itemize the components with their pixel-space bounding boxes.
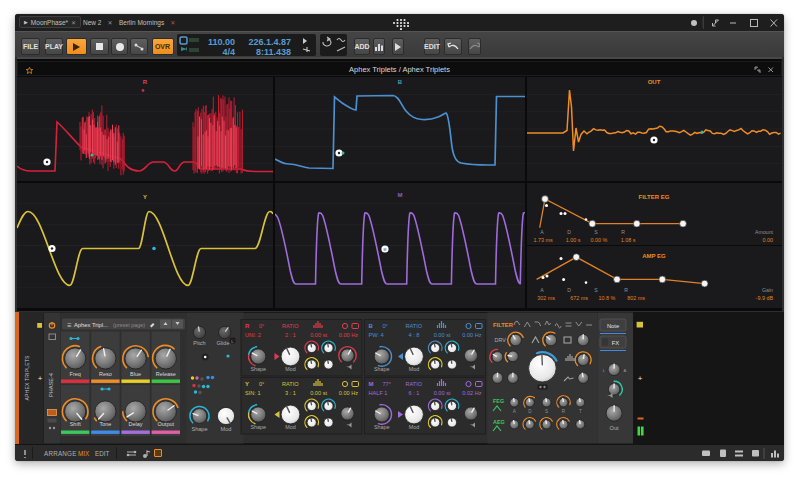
svg-text:6 : 1: 6 : 1 bbox=[409, 390, 420, 396]
svg-text:Shift: Shift bbox=[70, 421, 81, 427]
svg-text:0°: 0° bbox=[383, 323, 388, 329]
svg-text:OUT: OUT bbox=[648, 79, 661, 85]
svg-text:10.8 %: 10.8 % bbox=[599, 295, 616, 301]
svg-text:☰: ☰ bbox=[67, 322, 72, 328]
svg-text:8:11.438: 8:11.438 bbox=[255, 47, 290, 57]
svg-text:Out: Out bbox=[610, 425, 619, 431]
svg-text:RATIO: RATIO bbox=[282, 323, 299, 329]
svg-text:2 : 1: 2 : 1 bbox=[285, 332, 296, 338]
svg-text:Shape: Shape bbox=[251, 424, 267, 430]
svg-text:AEG: AEG bbox=[493, 419, 505, 425]
svg-text:R: R bbox=[245, 323, 250, 329]
svg-text:R: R bbox=[624, 287, 628, 293]
svg-text:Freq: Freq bbox=[70, 371, 81, 377]
svg-text:HALF 1: HALF 1 bbox=[369, 390, 388, 396]
svg-text:Shape: Shape bbox=[191, 426, 207, 432]
svg-text:Mod: Mod bbox=[285, 424, 296, 430]
svg-text:0.00 Hz: 0.00 Hz bbox=[339, 390, 358, 396]
svg-text:PW: 4: PW: 4 bbox=[369, 332, 384, 338]
svg-text:Amount: Amount bbox=[755, 229, 773, 235]
svg-text:0.00 %: 0.00 % bbox=[591, 237, 608, 243]
svg-text:RATIO: RATIO bbox=[282, 381, 299, 387]
svg-text:Shape: Shape bbox=[374, 366, 390, 372]
svg-text:RATIO: RATIO bbox=[406, 381, 423, 387]
svg-text:Note: Note bbox=[607, 323, 619, 329]
svg-text:Pitch: Pitch bbox=[193, 340, 205, 346]
svg-text:3 : 1: 3 : 1 bbox=[285, 390, 296, 396]
svg-text:SIN: 1: SIN: 1 bbox=[245, 390, 261, 396]
svg-text:+: + bbox=[38, 374, 43, 383]
svg-text:A: A bbox=[624, 368, 627, 373]
svg-text:672 ms: 672 ms bbox=[570, 295, 588, 301]
svg-text:226.1.4.87: 226.1.4.87 bbox=[248, 37, 291, 47]
svg-text:1.73 ms: 1.73 ms bbox=[533, 237, 552, 243]
svg-text:Tone: Tone bbox=[99, 421, 111, 427]
svg-text:R: R bbox=[143, 79, 148, 85]
svg-text:Reso: Reso bbox=[99, 371, 112, 377]
svg-text:AMP EG: AMP EG bbox=[642, 253, 666, 259]
svg-text:S: S bbox=[594, 229, 598, 235]
svg-text:Glide: Glide bbox=[216, 340, 229, 346]
svg-text:R: R bbox=[621, 229, 625, 235]
svg-text:4/4: 4/4 bbox=[222, 47, 235, 57]
svg-text:Shape: Shape bbox=[251, 366, 267, 372]
svg-text:D: D bbox=[567, 287, 571, 293]
svg-text:0.00 st: 0.00 st bbox=[434, 390, 451, 396]
svg-text:302 ms: 302 ms bbox=[537, 295, 555, 301]
svg-text:Blue: Blue bbox=[130, 371, 141, 377]
svg-text:1.08 s: 1.08 s bbox=[621, 237, 636, 243]
svg-text:APHEX TRIPLETS: APHEX TRIPLETS bbox=[24, 355, 30, 400]
svg-text:T: T bbox=[579, 409, 582, 414]
svg-text:0.00 Hz: 0.00 Hz bbox=[339, 332, 358, 338]
svg-text:Delay: Delay bbox=[129, 421, 143, 427]
svg-text:110.00: 110.00 bbox=[207, 37, 234, 47]
svg-text:FX: FX bbox=[612, 340, 620, 346]
svg-text:M: M bbox=[384, 248, 387, 252]
svg-text:Y: Y bbox=[143, 194, 147, 200]
svg-text:0.00 st: 0.00 st bbox=[434, 332, 451, 338]
svg-text:A: A bbox=[540, 287, 544, 293]
svg-text:0.02 Hz: 0.02 Hz bbox=[462, 390, 481, 396]
svg-text:FILTER: FILTER bbox=[493, 322, 514, 328]
svg-text:Y: Y bbox=[245, 381, 249, 387]
svg-text:Mod: Mod bbox=[221, 426, 232, 432]
svg-text:802 ms: 802 ms bbox=[627, 295, 645, 301]
svg-text:M: M bbox=[369, 381, 374, 387]
svg-text:Output: Output bbox=[158, 421, 175, 427]
svg-text:S: S bbox=[594, 287, 598, 293]
svg-text:+: + bbox=[638, 374, 643, 383]
svg-text:Mod: Mod bbox=[409, 424, 420, 430]
svg-text:0.00 st: 0.00 st bbox=[310, 332, 327, 338]
svg-text:1.00 s: 1.00 s bbox=[566, 237, 581, 243]
svg-text:B: B bbox=[398, 79, 403, 85]
svg-text:B: B bbox=[369, 323, 374, 329]
svg-text:FEG: FEG bbox=[493, 398, 504, 404]
svg-text:PHASE-4: PHASE-4 bbox=[48, 373, 54, 397]
svg-text:4 : 8: 4 : 8 bbox=[409, 332, 420, 338]
svg-text:Gain: Gain bbox=[762, 287, 773, 293]
svg-text:-9.9 dB: -9.9 dB bbox=[756, 295, 774, 301]
svg-text:Mod: Mod bbox=[285, 366, 296, 372]
svg-text:A: A bbox=[540, 229, 544, 235]
svg-text:D: D bbox=[567, 229, 571, 235]
svg-text:UNI: 2: UNI: 2 bbox=[245, 332, 261, 338]
svg-text:RATIO: RATIO bbox=[406, 323, 423, 329]
svg-text:0°: 0° bbox=[259, 323, 264, 329]
svg-text:Release: Release bbox=[156, 371, 176, 377]
svg-text:Aphex Tripl...: Aphex Tripl... bbox=[74, 322, 108, 328]
svg-text:0.00 st: 0.00 st bbox=[310, 390, 327, 396]
svg-text:M: M bbox=[398, 192, 403, 198]
svg-text:Mod: Mod bbox=[409, 366, 420, 372]
svg-text:S: S bbox=[545, 409, 548, 414]
svg-text:(preset page): (preset page) bbox=[113, 322, 145, 328]
svg-text:77°: 77° bbox=[383, 381, 391, 387]
svg-text:0°: 0° bbox=[259, 381, 264, 387]
svg-text:FILTER EG: FILTER EG bbox=[639, 194, 670, 200]
svg-text:DRV: DRV bbox=[495, 337, 507, 343]
svg-text:0.00 Hz: 0.00 Hz bbox=[462, 332, 481, 338]
svg-text:Shape: Shape bbox=[374, 424, 390, 430]
svg-text:0.00: 0.00 bbox=[763, 237, 774, 243]
